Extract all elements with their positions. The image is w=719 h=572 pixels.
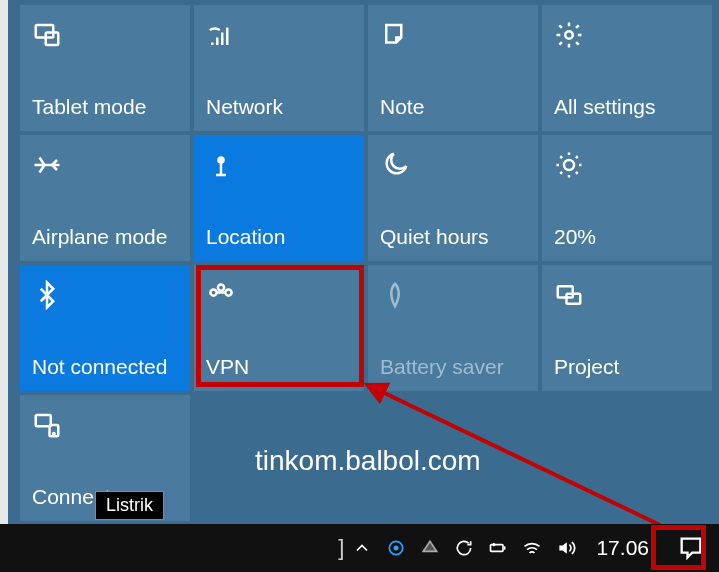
tile-all-settings[interactable]: All settings xyxy=(542,5,712,131)
tile-label: 20% xyxy=(554,225,700,249)
note-icon xyxy=(380,15,526,55)
taskbar: ] 17.06 xyxy=(0,524,719,572)
system-tray: 17.06 xyxy=(352,524,713,572)
tile-airplane-mode[interactable]: Airplane mode xyxy=(20,135,190,261)
tile-not-connected[interactable]: Not connected xyxy=(20,265,190,391)
tile-label: Location xyxy=(206,225,352,249)
tray-battery-icon[interactable] xyxy=(488,524,508,572)
svg-point-12 xyxy=(53,433,55,435)
tile-20-[interactable]: 20% xyxy=(542,135,712,261)
tile-project[interactable]: Project xyxy=(542,265,712,391)
tile-label: Network xyxy=(206,95,352,119)
tray-volume-icon[interactable] xyxy=(556,524,576,572)
tile-quiet-hours[interactable]: Quiet hours xyxy=(368,135,538,261)
network-icon xyxy=(206,15,352,55)
tile-label: All settings xyxy=(554,95,700,119)
tile-label: Not connected xyxy=(32,355,178,379)
airplane-icon xyxy=(32,145,178,185)
watermark-text: tinkom.balbol.com xyxy=(255,445,481,477)
bluetooth-icon xyxy=(32,275,178,315)
tile-battery-saver[interactable]: Battery saver xyxy=(368,265,538,391)
tray-tooltip: Listrik xyxy=(95,491,164,520)
project-icon xyxy=(554,275,700,315)
connect-icon xyxy=(32,405,178,445)
tray-sync-icon[interactable] xyxy=(454,524,474,572)
tile-note[interactable]: Note xyxy=(368,5,538,131)
vpn-icon xyxy=(206,275,352,315)
tile-label: VPN xyxy=(206,355,352,379)
tile-label: Note xyxy=(380,95,526,119)
svg-point-5 xyxy=(210,289,216,295)
tile-network[interactable]: Network xyxy=(194,5,364,131)
svg-point-4 xyxy=(564,160,574,170)
brightness-icon xyxy=(554,145,700,185)
leaf-icon xyxy=(380,275,526,315)
taskbar-clock[interactable]: 17.06 xyxy=(590,524,655,572)
tray-chevron-up[interactable] xyxy=(352,524,372,572)
tablet-mode-icon xyxy=(32,15,178,55)
svg-point-6 xyxy=(225,289,231,295)
svg-point-7 xyxy=(218,284,224,290)
tile-vpn[interactable]: VPN xyxy=(194,265,364,391)
tile-label: Battery saver xyxy=(380,355,526,379)
svg-rect-10 xyxy=(36,415,51,426)
location-icon xyxy=(206,145,352,185)
tile-location[interactable]: Location xyxy=(194,135,364,261)
quick-action-tiles: Tablet modeNetworkNoteAll settingsAirpla… xyxy=(20,5,712,521)
svg-point-3 xyxy=(219,158,224,163)
tile-label: Quiet hours xyxy=(380,225,526,249)
tray-app-icon-2[interactable] xyxy=(420,524,440,572)
svg-rect-16 xyxy=(491,545,504,552)
tile-label: Project xyxy=(554,355,700,379)
tile-tablet-mode[interactable]: Tablet mode xyxy=(20,5,190,131)
tray-app-icon-1[interactable] xyxy=(386,524,406,572)
svg-point-15 xyxy=(394,546,399,551)
svg-point-2 xyxy=(565,31,573,39)
tile-label: Airplane mode xyxy=(32,225,178,249)
tray-overflow-bracket: ] xyxy=(338,535,344,561)
tile-label: Tablet mode xyxy=(32,95,178,119)
gear-icon xyxy=(554,15,700,55)
tray-wifi-icon[interactable] xyxy=(522,524,542,572)
svg-marker-20 xyxy=(560,542,568,554)
moon-icon xyxy=(380,145,526,185)
action-center-button[interactable] xyxy=(669,524,713,572)
